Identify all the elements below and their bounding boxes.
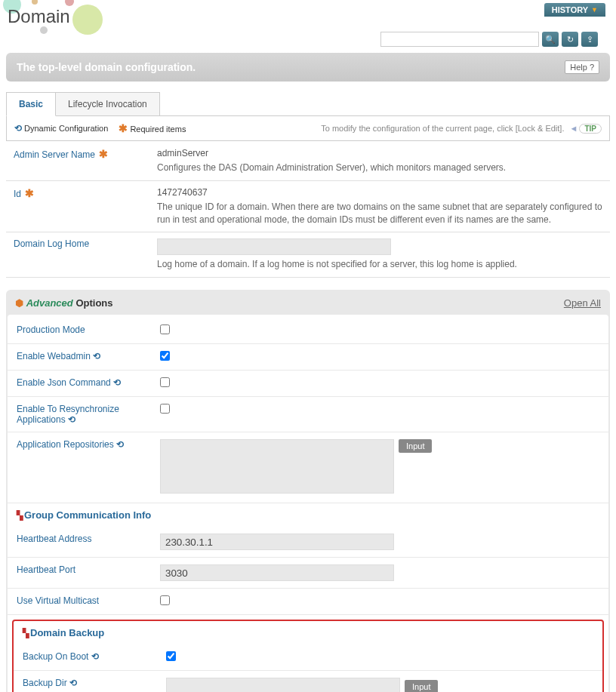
domain2-backup-table: Backup On Boot ⟲ Backup Dir ⟲ Input Node… bbox=[14, 644, 602, 692]
heartbeat-port-input[interactable] bbox=[160, 564, 394, 581]
heartbeat-port-label: Heartbeat Port bbox=[17, 564, 75, 575]
row-id: Id ✱ 1472740637 The unique ID for a doma… bbox=[6, 180, 610, 232]
log-home-label: Domain Log Home bbox=[14, 238, 89, 249]
required-icon: ✱ bbox=[99, 148, 108, 160]
basic-fields-table: Admin Server Name ✱ adminServer Configur… bbox=[6, 142, 610, 278]
row-admin-server: Admin Server Name ✱ adminServer Configur… bbox=[6, 142, 610, 180]
backup-on-boot-label: Backup On Boot bbox=[23, 651, 88, 662]
search-icon: 🔍 bbox=[545, 35, 556, 45]
group-comm-header: ▚Group Communication Info bbox=[8, 503, 608, 527]
domain-backup-header: ▚Domain Backup bbox=[14, 621, 602, 644]
row-enable-json: Enable Json Command ⟲ bbox=[8, 371, 608, 397]
advanced-panel: ⬢ Advanced Options Open All Production M… bbox=[6, 290, 610, 692]
enable-webadmin-checkbox[interactable] bbox=[160, 351, 170, 361]
sync-icon: ⟲ bbox=[69, 678, 77, 688]
page-banner: The top-level domain configuration. Help… bbox=[6, 53, 610, 82]
row-virtual-multicast: Use Virtual Multicast bbox=[8, 589, 608, 615]
row-app-repos: Application Repositories ⟲ Input bbox=[8, 432, 608, 503]
row-enable-resync: Enable To Resynchronize Applications ⟲ bbox=[8, 397, 608, 432]
tip-arrow-icon: ◄ bbox=[570, 124, 578, 133]
page-header: HISTORY ▼ Domain 🔍 ↻ ⇪ bbox=[0, 0, 616, 53]
backup-on-boot-checkbox[interactable] bbox=[166, 651, 176, 661]
refresh-icon: ↻ bbox=[567, 35, 574, 45]
enable-resync-checkbox[interactable] bbox=[160, 404, 170, 414]
row-backup-dir: Backup Dir ⟲ Input bbox=[14, 671, 602, 692]
tip-section: To modify the configuration of the curre… bbox=[321, 124, 602, 134]
sync-icon: ⟲ bbox=[116, 439, 124, 450]
admin-server-label: Admin Server Name bbox=[14, 149, 95, 160]
sync-icon: ⟲ bbox=[93, 351, 100, 361]
enable-json-label: Enable Json Command bbox=[17, 377, 111, 388]
advanced-header: ⬢ Advanced Options Open All bbox=[8, 291, 608, 315]
legend-required: ✱ Required items bbox=[119, 122, 186, 134]
required-icon: ✱ bbox=[25, 187, 34, 199]
heartbeat-address-input[interactable] bbox=[160, 534, 394, 550]
backup-dir-input-button[interactable]: Input bbox=[405, 680, 438, 692]
row-heartbeat-port: Heartbeat Port bbox=[8, 558, 608, 589]
log-home-input[interactable] bbox=[157, 238, 391, 255]
sync-icon: ⟲ bbox=[113, 377, 121, 388]
page-title: Domain bbox=[8, 6, 608, 27]
production-mode-checkbox[interactable] bbox=[160, 324, 170, 334]
section-marker-icon: ▚ bbox=[17, 511, 23, 520]
id-desc: The unique ID for a domain. When there a… bbox=[157, 201, 602, 226]
required-icon: ✱ bbox=[119, 122, 128, 134]
legend-dynamic: ⟲ Dynamic Configuration bbox=[14, 123, 108, 134]
tip-message: To modify the configuration of the curre… bbox=[321, 124, 564, 133]
id-label: Id bbox=[14, 189, 21, 199]
virtual-multicast-checkbox[interactable] bbox=[160, 595, 170, 605]
svg-point-4 bbox=[40, 26, 48, 34]
id-value: 1472740637 bbox=[157, 187, 602, 198]
svg-point-2 bbox=[65, 0, 74, 6]
refresh-button[interactable]: ↻ bbox=[562, 32, 578, 47]
advanced-title-opt: Options bbox=[75, 297, 112, 309]
row-log-home: Domain Log Home Log home of a domain. If… bbox=[6, 232, 610, 278]
log-home-desc: Log home of a domain. If a log home is n… bbox=[157, 258, 602, 271]
row-production-mode: Production Mode bbox=[8, 318, 608, 344]
group-comm-table: Heartbeat Address Heartbeat Port Use Vir… bbox=[8, 527, 608, 615]
admin-server-desc: Configures the DAS (Domain Administratio… bbox=[157, 161, 602, 174]
row-heartbeat-address: Heartbeat Address bbox=[8, 527, 608, 558]
enable-json-checkbox[interactable] bbox=[160, 377, 170, 387]
row-enable-webadmin: Enable Webadmin ⟲ bbox=[8, 344, 608, 371]
domain-backup-highlight: ▚Domain Backup Backup On Boot ⟲ Backup D… bbox=[12, 620, 604, 692]
advanced-title-adv: Advanced bbox=[26, 297, 73, 309]
open-all-link[interactable]: Open All bbox=[564, 297, 601, 309]
legend-row: ⟲ Dynamic Configuration ✱ Required items… bbox=[6, 115, 610, 141]
search-input[interactable] bbox=[380, 32, 539, 47]
banner-title: The top-level domain configuration. bbox=[17, 61, 196, 73]
section-marker-icon: ▚ bbox=[23, 629, 29, 638]
app-repos-label: Application Repositories bbox=[17, 439, 114, 450]
row-backup-on-boot: Backup On Boot ⟲ bbox=[14, 644, 602, 671]
tab-lifecycle[interactable]: Lifecycle Invocation bbox=[55, 92, 160, 116]
shield-icon: ⬢ bbox=[15, 297, 23, 309]
search-button[interactable]: 🔍 bbox=[542, 32, 559, 47]
export-button[interactable]: ⇪ bbox=[581, 32, 598, 47]
sync-icon: ⟲ bbox=[91, 651, 99, 662]
backup-dir-input[interactable] bbox=[166, 678, 400, 692]
export-icon: ⇪ bbox=[587, 35, 593, 45]
virtual-multicast-label: Use Virtual Multicast bbox=[17, 595, 99, 606]
production-mode-label: Production Mode bbox=[17, 324, 85, 335]
help-button[interactable]: Help ? bbox=[565, 60, 599, 74]
backup-dir-label: Backup Dir bbox=[23, 678, 67, 688]
tab-basic[interactable]: Basic bbox=[6, 92, 56, 116]
admin-server-value: adminServer bbox=[157, 148, 602, 158]
tabs: Basic Lifecycle Invocation bbox=[6, 92, 610, 116]
app-repos-textarea[interactable] bbox=[160, 439, 394, 494]
tip-badge: TIP bbox=[579, 124, 602, 134]
svg-point-1 bbox=[32, 0, 38, 5]
sync-icon: ⟲ bbox=[14, 123, 22, 134]
app-repos-input-button[interactable]: Input bbox=[399, 439, 432, 453]
heartbeat-address-label: Heartbeat Address bbox=[17, 534, 91, 544]
advanced-table: Production Mode Enable Webadmin ⟲ Enable… bbox=[8, 318, 608, 503]
enable-webadmin-label: Enable Webadmin bbox=[17, 351, 91, 361]
sync-icon: ⟲ bbox=[68, 414, 75, 425]
